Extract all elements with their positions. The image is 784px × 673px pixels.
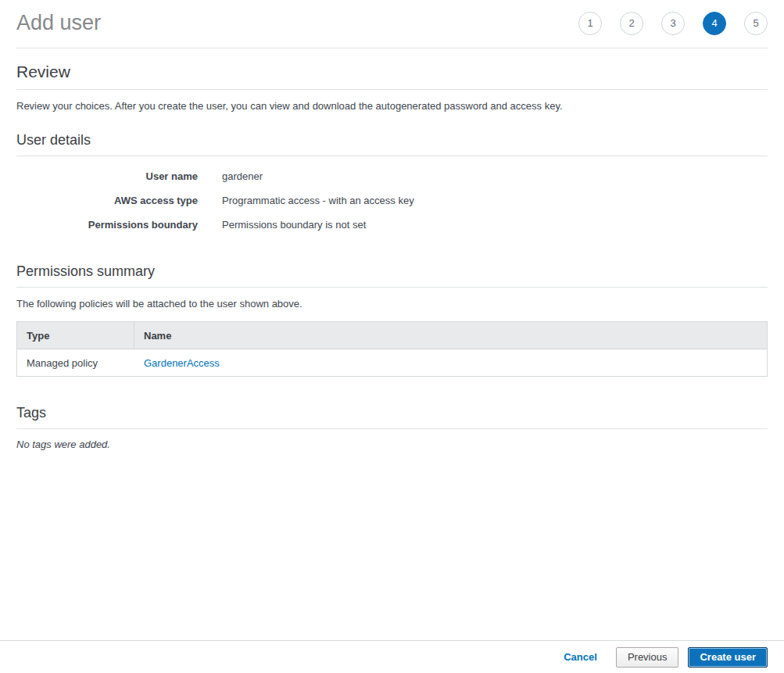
step-5: 5 [744,12,768,35]
permissions-summary-heading: Permissions summary [16,263,768,280]
tags-divider [16,428,768,429]
user-name-label: User name [16,170,198,182]
header-divider [16,48,768,48]
column-header-type: Type [17,322,134,349]
wizard-header: Add user 1 2 3 4 5 [0,0,784,48]
access-type-label: AWS access type [16,195,198,206]
step-2: 2 [620,12,643,35]
policy-link[interactable]: GardenerAccess [144,357,220,369]
user-details-heading: User details [16,132,768,149]
page-title: Add user [16,11,101,35]
policies-table-header: Type Name [17,322,767,349]
review-description: Review your choices. After you create th… [16,100,768,112]
permissions-summary-description: The following policies will be attached … [16,298,768,310]
previous-button[interactable]: Previous [616,647,679,668]
tags-heading: Tags [16,405,768,421]
wizard-footer: Cancel Previous Create user [0,640,784,673]
permissions-boundary-row: Permissions boundary Permissions boundar… [16,213,768,237]
access-type-value: Programmatic access - with an access key [222,195,768,206]
create-user-button[interactable]: Create user [688,647,768,668]
step-1: 1 [578,12,602,35]
permissions-boundary-label: Permissions boundary [16,219,198,231]
policy-name-cell: GardenerAccess [134,349,767,376]
policy-type-cell: Managed policy [17,349,134,376]
step-4-active: 4 [703,12,726,35]
user-details-table: User name gardener AWS access type Progr… [16,164,768,237]
permissions-summary-divider [16,287,768,288]
tags-empty-text: No tags were added. [16,439,768,450]
access-type-row: AWS access type Programmatic access - wi… [16,188,768,213]
user-details-divider [16,156,768,156]
policies-table: Type Name Managed policy GardenerAccess [16,321,768,377]
column-header-name: Name [134,322,767,349]
permissions-boundary-value: Permissions boundary is not set [222,219,768,231]
table-row: Managed policy GardenerAccess [17,349,767,376]
user-name-value: gardener [222,170,768,182]
review-heading: Review [16,63,768,81]
step-3: 3 [661,12,685,35]
step-indicator: 1 2 3 4 5 [578,12,768,35]
review-divider [16,89,768,90]
cancel-link[interactable]: Cancel [564,651,597,663]
user-name-row: User name gardener [16,164,768,188]
